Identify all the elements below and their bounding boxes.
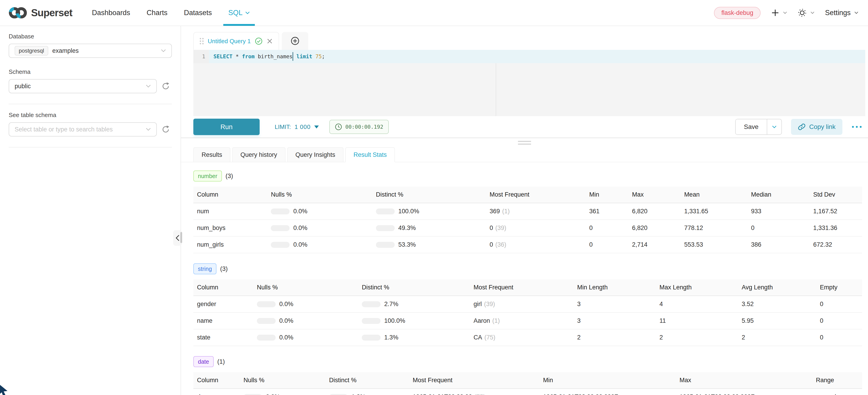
results-tab-result-stats[interactable]: Result Stats (345, 147, 395, 162)
column-name-cell: ds (193, 389, 243, 395)
distinct-bar-value: 1.3% (351, 393, 366, 395)
nulls-bar-value: 0.0% (266, 393, 280, 395)
nulls-bar-wrap: 0.0% (257, 334, 356, 341)
column-header: Avg Length (742, 279, 820, 296)
type-count: (3) (225, 173, 233, 180)
chevron-down-icon (146, 85, 151, 88)
most-frequent-value: 1965-01-01T00:00:00 (413, 393, 472, 395)
chevron-down-icon (810, 11, 814, 14)
settings-menu[interactable]: Settings (825, 9, 859, 17)
line-number: 1 (193, 50, 209, 63)
new-query-tab-button[interactable] (282, 32, 308, 50)
stat-value-cell: 3 (577, 312, 659, 329)
refresh-schemas-button[interactable] (161, 82, 170, 91)
column-name-cell: num_boys (193, 220, 271, 236)
superset-logo-icon (9, 6, 27, 20)
table-row: num_boys0.0%49.3%0(39)06,820778.1201,331… (193, 220, 862, 236)
stat-value-cell: 3.52 (742, 296, 820, 312)
section-header: date(1) (193, 356, 862, 367)
database-label: Database (9, 33, 172, 40)
stat-value-cell: 4 (659, 296, 742, 312)
top-nav-right: flask-debug Settings (714, 7, 859, 19)
refresh-tables-button[interactable] (161, 125, 170, 134)
type-count: (3) (220, 265, 228, 272)
link-icon (798, 123, 806, 131)
column-header: Max (632, 186, 684, 203)
column-header: Mean (684, 186, 751, 203)
column-header: Nulls % (243, 372, 329, 389)
results-tab-query-history[interactable]: Query history (232, 147, 285, 162)
most-frequent-value: 0 (490, 224, 493, 231)
stat-value-cell: 1,331.65 (684, 203, 751, 220)
chevron-left-icon (176, 235, 179, 241)
distinct-bar: 1.3% (362, 329, 473, 346)
theme-toggle[interactable] (798, 8, 814, 18)
save-split-button: Save (735, 119, 782, 135)
table-row: num_girls0.0%53.3%0(36)02,714553.5338667… (193, 236, 862, 253)
save-options-caret[interactable] (767, 119, 781, 134)
nav-item-charts[interactable]: Charts (138, 0, 176, 26)
table-row: state0.0%1.3%CA(75)2220 (193, 329, 862, 346)
section-header: number(3) (193, 171, 862, 182)
column-name-cell: num_girls (193, 236, 271, 253)
brand-name: Superset (31, 7, 72, 19)
sql-code-editor[interactable]: 1 SELECT * from birth_names limit 75; (193, 50, 865, 116)
copy-link-button[interactable]: Copy link (791, 119, 842, 135)
column-name-cell: name (193, 312, 257, 329)
most-frequent-cell: girl(39) (473, 296, 577, 312)
distinct-bar-value: 49.3% (398, 224, 416, 232)
drag-handle-icon[interactable] (200, 38, 204, 44)
schema-field: Schema public (9, 68, 172, 93)
schema-select[interactable]: public (9, 79, 157, 93)
timer-value: 00:00:00.192 (345, 124, 383, 130)
distinct-bar: 100.0% (362, 312, 473, 329)
new-item-menu[interactable] (771, 9, 787, 17)
stat-value-cell: 778.12 (684, 220, 751, 236)
progress-track (271, 242, 289, 248)
results-tab-results[interactable]: Results (193, 147, 230, 162)
sql-token: 75 (315, 54, 322, 59)
editor-empty-area[interactable] (193, 63, 865, 116)
query-tabbar: Untitled Query 1 (181, 26, 868, 50)
stats-section-date: date(1)ColumnNulls %Distinct %Most Frequ… (193, 356, 862, 395)
progress-track (362, 318, 380, 324)
table-row: gender0.0%2.7%girl(39)343.520 (193, 296, 862, 312)
panel-scrollbar-thumb[interactable] (180, 232, 182, 243)
panel-resize-handle[interactable] (518, 141, 531, 145)
mouse-cursor (0, 384, 11, 395)
limit-dropdown[interactable]: LIMIT: 1 000 (275, 123, 319, 130)
column-header: Median (751, 186, 813, 203)
results-tab-query-insights[interactable]: Query Insights (287, 147, 343, 162)
column-header: Most Frequent (473, 279, 577, 296)
column-header: Std Dev (813, 186, 862, 203)
distinct-bar-value: 100.0% (384, 317, 405, 324)
more-actions-button[interactable] (851, 124, 862, 130)
nav-item-datasets[interactable]: Datasets (176, 0, 220, 26)
stat-value-cell: 553.53 (684, 236, 751, 253)
stat-value-cell: 2,714 (632, 236, 684, 253)
table-header-row: ColumnNulls %Distinct %Most FrequentMinM… (193, 186, 862, 203)
database-select[interactable]: postgresql examples (9, 44, 172, 58)
close-icon[interactable] (267, 38, 273, 44)
superset-logo[interactable]: Superset (9, 6, 72, 20)
stat-value-cell: 1,167.52 (813, 203, 862, 220)
run-button[interactable]: Run (193, 119, 259, 135)
stat-value-cell: 5.95 (742, 312, 820, 329)
nulls-bar-wrap: 0.0% (271, 241, 370, 248)
table-header-row: ColumnNulls %Distinct %Most FrequentMin … (193, 279, 862, 296)
stat-value-cell: 1,331.36 (813, 220, 862, 236)
stat-value-cell: 0 (751, 220, 813, 236)
nav-item-sql[interactable]: SQL (220, 0, 258, 26)
query-timer: 00:00:00.192 (329, 120, 389, 134)
table-select[interactable]: Select table or type to search tables (9, 122, 157, 136)
stats-table-string: ColumnNulls %Distinct %Most FrequentMin … (193, 279, 862, 346)
main-menu: Dashboards Charts Datasets SQL (84, 0, 258, 26)
stats-table-number: ColumnNulls %Distinct %Most FrequentMinM… (193, 186, 862, 253)
distinct-bar-wrap: 1.3% (329, 393, 407, 395)
query-tab[interactable]: Untitled Query 1 (193, 32, 279, 50)
most-frequent-count: (39) (484, 301, 495, 307)
nav-item-dashboards[interactable]: Dashboards (84, 0, 138, 26)
column-header: Range (816, 372, 862, 389)
save-button[interactable]: Save (736, 119, 767, 134)
sql-lab-sidebar: Database postgresql examples Schema publ… (0, 26, 181, 395)
